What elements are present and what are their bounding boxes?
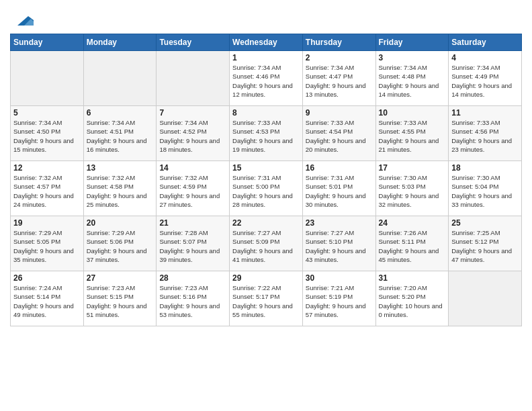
day-info: Sunrise: 7:34 AMSunset: 4:50 PMDaylight:… (13, 118, 81, 154)
day-number: 11 (451, 108, 519, 118)
calendar-cell: 26Sunrise: 7:24 AMSunset: 5:14 PMDayligh… (11, 271, 84, 326)
day-number: 18 (451, 163, 519, 173)
day-number: 16 (306, 163, 373, 173)
day-number: 2 (306, 53, 373, 62)
day-number: 26 (13, 273, 81, 283)
day-info: Sunrise: 7:24 AMSunset: 5:14 PMDaylight:… (13, 283, 81, 319)
day-info: Sunrise: 7:21 AMSunset: 5:19 PMDaylight:… (306, 283, 373, 319)
logo (10, 7, 34, 28)
day-info: Sunrise: 7:31 AMSunset: 5:00 PMDaylight:… (232, 173, 300, 209)
day-info: Sunrise: 7:32 AMSunset: 4:57 PMDaylight:… (13, 173, 81, 209)
day-info: Sunrise: 7:34 AMSunset: 4:52 PMDaylight:… (159, 118, 226, 154)
day-info: Sunrise: 7:23 AMSunset: 5:16 PMDaylight:… (159, 283, 226, 319)
day-number: 1 (232, 53, 300, 62)
calendar-cell: 29Sunrise: 7:22 AMSunset: 5:17 PMDayligh… (230, 271, 303, 326)
header (10, 7, 522, 28)
calendar-cell: 12Sunrise: 7:32 AMSunset: 4:57 PMDayligh… (11, 161, 84, 216)
col-header-wednesday: Wednesday (230, 34, 303, 51)
day-info: Sunrise: 7:34 AMSunset: 4:51 PMDaylight:… (87, 118, 154, 154)
col-header-saturday: Saturday (449, 34, 522, 51)
day-number: 17 (379, 163, 446, 173)
calendar-cell: 1Sunrise: 7:34 AMSunset: 4:46 PMDaylight… (230, 51, 303, 106)
day-info: Sunrise: 7:22 AMSunset: 5:17 PMDaylight:… (232, 283, 300, 319)
day-number: 7 (159, 108, 226, 118)
day-number: 22 (232, 218, 300, 228)
day-info: Sunrise: 7:34 AMSunset: 4:47 PMDaylight:… (306, 63, 373, 99)
calendar-cell: 18Sunrise: 7:30 AMSunset: 5:04 PMDayligh… (449, 161, 522, 216)
page: SundayMondayTuesdayWednesdayThursdayFrid… (0, 0, 532, 411)
day-info: Sunrise: 7:23 AMSunset: 5:15 PMDaylight:… (87, 283, 154, 319)
calendar-week-1: 1Sunrise: 7:34 AMSunset: 4:46 PMDaylight… (11, 51, 522, 106)
day-info: Sunrise: 7:33 AMSunset: 4:55 PMDaylight:… (379, 118, 446, 154)
calendar-cell (449, 271, 522, 326)
day-number: 19 (13, 218, 81, 228)
day-number: 31 (379, 273, 446, 283)
calendar-cell: 19Sunrise: 7:29 AMSunset: 5:05 PMDayligh… (11, 216, 84, 271)
day-info: Sunrise: 7:27 AMSunset: 5:10 PMDaylight:… (306, 228, 373, 264)
calendar-cell: 3Sunrise: 7:34 AMSunset: 4:48 PMDaylight… (375, 51, 449, 106)
day-info: Sunrise: 7:33 AMSunset: 4:56 PMDaylight:… (451, 118, 519, 154)
day-number: 3 (379, 53, 446, 62)
calendar-week-5: 26Sunrise: 7:24 AMSunset: 5:14 PMDayligh… (11, 271, 522, 326)
calendar-cell: 28Sunrise: 7:23 AMSunset: 5:16 PMDayligh… (157, 271, 230, 326)
day-info: Sunrise: 7:30 AMSunset: 5:03 PMDaylight:… (379, 173, 446, 209)
calendar-cell: 5Sunrise: 7:34 AMSunset: 4:50 PMDaylight… (11, 106, 84, 161)
day-info: Sunrise: 7:33 AMSunset: 4:53 PMDaylight:… (232, 118, 300, 154)
col-header-tuesday: Tuesday (157, 34, 230, 51)
calendar-cell: 2Sunrise: 7:34 AMSunset: 4:47 PMDaylight… (302, 51, 375, 106)
day-info: Sunrise: 7:33 AMSunset: 4:54 PMDaylight:… (306, 118, 373, 154)
calendar-cell: 22Sunrise: 7:27 AMSunset: 5:09 PMDayligh… (230, 216, 303, 271)
calendar-cell: 9Sunrise: 7:33 AMSunset: 4:54 PMDaylight… (302, 106, 375, 161)
day-info: Sunrise: 7:28 AMSunset: 5:07 PMDaylight:… (159, 228, 226, 264)
day-info: Sunrise: 7:29 AMSunset: 5:06 PMDaylight:… (87, 228, 154, 264)
calendar-cell: 11Sunrise: 7:33 AMSunset: 4:56 PMDayligh… (449, 106, 522, 161)
col-header-monday: Monday (83, 34, 157, 51)
day-info: Sunrise: 7:32 AMSunset: 4:58 PMDaylight:… (87, 173, 154, 209)
day-number: 24 (379, 218, 446, 228)
calendar-cell: 21Sunrise: 7:28 AMSunset: 5:07 PMDayligh… (157, 216, 230, 271)
day-number: 4 (451, 53, 519, 62)
day-number: 14 (159, 163, 226, 173)
day-number: 6 (87, 108, 154, 118)
calendar-cell (83, 51, 157, 106)
col-header-friday: Friday (375, 34, 449, 51)
day-number: 12 (13, 163, 81, 173)
calendar-cell: 6Sunrise: 7:34 AMSunset: 4:51 PMDaylight… (83, 106, 157, 161)
calendar-cell: 8Sunrise: 7:33 AMSunset: 4:53 PMDaylight… (230, 106, 303, 161)
calendar-cell: 7Sunrise: 7:34 AMSunset: 4:52 PMDaylight… (157, 106, 230, 161)
day-info: Sunrise: 7:30 AMSunset: 5:04 PMDaylight:… (451, 173, 519, 209)
day-number: 28 (159, 273, 226, 283)
day-number: 20 (87, 218, 154, 228)
calendar-cell: 25Sunrise: 7:25 AMSunset: 5:12 PMDayligh… (449, 216, 522, 271)
calendar-cell: 24Sunrise: 7:26 AMSunset: 5:11 PMDayligh… (375, 216, 449, 271)
day-number: 27 (87, 273, 154, 283)
calendar-cell: 30Sunrise: 7:21 AMSunset: 5:19 PMDayligh… (302, 271, 375, 326)
day-number: 23 (306, 218, 373, 228)
calendar-header-row: SundayMondayTuesdayWednesdayThursdayFrid… (11, 34, 522, 51)
calendar-cell: 31Sunrise: 7:20 AMSunset: 5:20 PMDayligh… (375, 271, 449, 326)
day-info: Sunrise: 7:32 AMSunset: 4:59 PMDaylight:… (159, 173, 226, 209)
day-info: Sunrise: 7:26 AMSunset: 5:11 PMDaylight:… (379, 228, 446, 264)
calendar-cell: 15Sunrise: 7:31 AMSunset: 5:00 PMDayligh… (230, 161, 303, 216)
day-number: 21 (159, 218, 226, 228)
day-number: 5 (13, 108, 81, 118)
day-number: 30 (306, 273, 373, 283)
calendar-cell: 10Sunrise: 7:33 AMSunset: 4:55 PMDayligh… (375, 106, 449, 161)
calendar-week-3: 12Sunrise: 7:32 AMSunset: 4:57 PMDayligh… (11, 161, 522, 216)
day-info: Sunrise: 7:29 AMSunset: 5:05 PMDaylight:… (13, 228, 81, 264)
calendar-week-4: 19Sunrise: 7:29 AMSunset: 5:05 PMDayligh… (11, 216, 522, 271)
calendar: SundayMondayTuesdayWednesdayThursdayFrid… (10, 34, 522, 326)
calendar-week-2: 5Sunrise: 7:34 AMSunset: 4:50 PMDaylight… (11, 106, 522, 161)
day-number: 9 (306, 108, 373, 118)
day-info: Sunrise: 7:20 AMSunset: 5:20 PMDaylight:… (379, 283, 446, 319)
calendar-cell: 20Sunrise: 7:29 AMSunset: 5:06 PMDayligh… (83, 216, 157, 271)
day-number: 29 (232, 273, 300, 283)
day-info: Sunrise: 7:27 AMSunset: 5:09 PMDaylight:… (232, 228, 300, 264)
logo-icon (12, 7, 34, 28)
col-header-thursday: Thursday (302, 34, 375, 51)
day-info: Sunrise: 7:25 AMSunset: 5:12 PMDaylight:… (451, 228, 519, 264)
calendar-cell: 27Sunrise: 7:23 AMSunset: 5:15 PMDayligh… (83, 271, 157, 326)
day-info: Sunrise: 7:31 AMSunset: 5:01 PMDaylight:… (306, 173, 373, 209)
col-header-sunday: Sunday (11, 34, 84, 51)
day-number: 25 (451, 218, 519, 228)
